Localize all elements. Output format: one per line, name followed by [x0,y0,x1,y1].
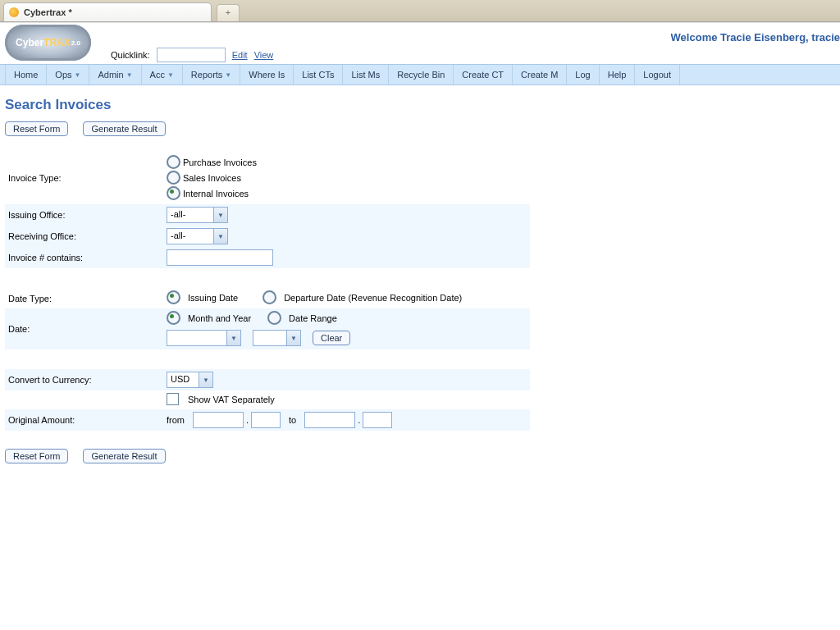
menu-item-admin[interactable]: Admin▼ [89,65,141,84]
date-mode-monthyear-label: Month and Year [188,313,251,323]
chevron-down-icon: ▼ [199,372,212,387]
top-button-row: Reset Form Generate Result [5,121,835,136]
menu-item-label: Logout [643,70,671,80]
original-amount-label: Original Amount: [5,409,163,431]
quicklink-view-link[interactable]: View [254,50,274,60]
convert-currency-value: USD [167,372,199,387]
to-label: to [289,415,296,425]
menu-item-label: Help [608,70,627,80]
menu-item-label: Admin [98,70,123,80]
date-month-select[interactable]: ▼ [167,330,241,346]
issuing-office-value: -all- [167,208,213,222]
issuing-office-label: Issuing Office: [5,204,163,226]
app-header: CyberTRAX2.0 Welcome Tracie Eisenberg, t… [0,22,840,64]
invoice-type-internal-radio[interactable] [167,186,180,200]
date-year-select[interactable]: ▼ [253,330,301,346]
invoice-type-purchase-radio[interactable] [167,155,180,169]
menu-item-where-is[interactable]: Where Is [240,65,294,84]
date-type-departure-radio[interactable] [262,290,276,304]
generate-result-button-bottom[interactable]: Generate Result [83,449,165,463]
receiving-office-select[interactable]: -all- ▼ [167,228,228,244]
invoice-type-purchase-label: Purchase Invoices [183,158,257,167]
menu-item-label: Log [575,70,590,80]
issuing-office-select[interactable]: -all- ▼ [167,207,228,223]
browser-tab-active[interactable]: Cybertrax * [3,2,212,21]
clear-date-button[interactable]: Clear [313,331,350,345]
reset-form-button-bottom[interactable]: Reset Form [5,449,68,463]
main-menubar: HomeOps▼Admin▼Acc▼Reports▼Where IsList C… [0,64,840,85]
browser-tabstrip: Cybertrax * + [0,0,840,22]
menu-item-label: Home [14,70,38,80]
quicklink-area: Quicklink: Edit View [111,48,273,62]
menu-item-recycle-bin[interactable]: Recycle Bin [389,65,454,84]
chevron-down-icon: ▼ [126,71,133,79]
logo-text-a: Cyber [16,37,43,48]
date-mode-range-radio[interactable] [267,311,281,325]
date-type-issuing-radio[interactable] [167,290,180,304]
receiving-office-value: -all- [167,229,213,244]
invoice-type-sales-radio[interactable] [167,171,180,185]
logo-text-c: 2.0 [71,39,80,47]
amount-from-dec-input[interactable] [251,412,281,428]
amount-from-int-input[interactable] [193,412,244,428]
menu-item-log[interactable]: Log [567,65,599,84]
show-vat-checkbox[interactable] [167,393,179,405]
search-form: Invoice Type: Purchase Invoices Sales In… [5,151,530,431]
convert-currency-label: Convert to Currency: [5,369,163,390]
amount-to-dec-input[interactable] [363,412,392,428]
quicklink-input[interactable] [157,48,226,62]
menu-item-label: Ops [55,70,71,80]
chevron-down-icon: ▼ [286,331,300,345]
new-tab-button[interactable]: + [217,4,240,21]
menu-item-label: List Ms [351,70,380,80]
menu-item-logout[interactable]: Logout [635,65,680,84]
invoice-number-label: Invoice # contains: [5,247,163,268]
chevron-down-icon: ▼ [213,208,227,222]
page-title: Search Invoices [5,97,835,113]
chevron-down-icon: ▼ [75,71,81,79]
date-mode-monthyear-radio[interactable] [167,311,180,325]
date-type-issuing-label: Issuing Date [188,293,238,303]
quicklink-label: Quicklink: [111,50,150,60]
menu-item-acc[interactable]: Acc▼ [142,65,183,84]
tab-title: Cybertrax * [24,7,72,17]
chevron-down-icon: ▼ [213,229,227,244]
menu-item-label: Recycle Bin [397,70,445,80]
date-type-departure-label: Departure Date (Revenue Recognition Date… [284,293,462,303]
invoice-type-label: Invoice Type: [5,151,163,204]
amount-to-int-input[interactable] [304,412,355,428]
invoice-type-internal-label: Internal Invoices [183,189,249,199]
quicklink-edit-link[interactable]: Edit [232,50,248,60]
favicon-icon [9,7,19,17]
menu-item-label: Reports [191,70,223,80]
from-label: from [167,415,185,425]
menu-item-home[interactable]: Home [5,65,47,84]
date-label: Date: [5,308,163,349]
menu-item-help[interactable]: Help [600,65,636,84]
menu-item-label: Create CT [462,70,504,80]
menu-item-create-ct[interactable]: Create CT [454,65,513,84]
welcome-text: Welcome Tracie Eisenberg, tracie [671,31,840,43]
menu-item-label: Acc [150,70,165,80]
invoice-number-input[interactable] [167,249,273,266]
menu-item-ops[interactable]: Ops▼ [47,65,89,84]
chevron-down-icon: ▼ [167,71,174,79]
menu-item-label: Where Is [249,70,285,80]
menu-item-list-cts[interactable]: List CTs [294,65,343,84]
chevron-down-icon: ▼ [225,71,231,79]
menu-item-reports[interactable]: Reports▼ [183,65,240,84]
show-vat-label: Show VAT Separately [188,395,275,404]
receiving-office-label: Receiving Office: [5,226,163,247]
menu-item-label: Create M [521,70,558,80]
invoice-type-radios: Purchase Invoices Sales Invoices Interna… [167,155,527,200]
logo-text-b: TRAX [43,37,71,48]
menu-item-create-m[interactable]: Create M [513,65,567,84]
page-body: Search Invoices Reset Form Generate Resu… [0,85,840,486]
menu-item-label: List CTs [302,70,334,80]
bottom-button-row: Reset Form Generate Result [5,449,835,463]
generate-result-button[interactable]: Generate Result [83,121,165,136]
convert-currency-select[interactable]: USD ▼ [167,372,213,388]
reset-form-button[interactable]: Reset Form [5,121,68,136]
date-type-label: Date Type: [5,288,163,308]
menu-item-list-ms[interactable]: List Ms [343,65,389,84]
